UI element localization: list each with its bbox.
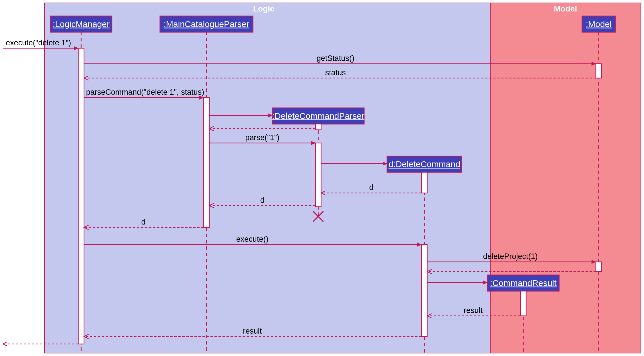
- sequence-diagram: Logic Model :LogicManager :MainCatalogue…: [0, 0, 644, 356]
- svg-text::LogicManager: :LogicManager: [53, 19, 110, 29]
- msg-d-return2-label: d: [260, 196, 264, 204]
- msg-parse-label: parse("1"): [245, 133, 280, 142]
- activation-commandresult: [520, 291, 526, 316]
- activation-maincatalogueparser: [204, 98, 209, 227]
- activation-dcp-create: [315, 124, 321, 130]
- msg-parsecommand-label: parseCommand("delete 1", status): [86, 88, 204, 96]
- svg-text::CommandResult: :CommandResult: [490, 278, 557, 288]
- msg-d-return1-label: d: [369, 183, 373, 192]
- activation-dc-execute: [421, 245, 427, 336]
- participant-logicmanager: :LogicManager: [50, 16, 112, 32]
- svg-text::Model: :Model: [586, 19, 612, 29]
- svg-text:d:DeleteCommand: d:DeleteCommand: [389, 159, 460, 169]
- activation-logicmanager: [78, 48, 84, 344]
- activation-model-delete: [596, 262, 602, 272]
- frame-model-label: Model: [554, 4, 577, 13]
- participant-maincatalogueparser: :MainCatalogueParser: [160, 16, 253, 32]
- svg-text::DeleteCommandParser: :DeleteCommandParser: [272, 111, 364, 121]
- msg-execute-label: execute(): [236, 235, 269, 243]
- activation-dcp-parse: [315, 143, 321, 207]
- msg-result-return2-label: result: [243, 327, 262, 335]
- frame-model: [490, 3, 641, 353]
- frame-logic-label: Logic: [253, 4, 275, 13]
- msg-d-return3-label: d: [141, 218, 145, 226]
- msg-execute-in-label: execute("delete 1"): [6, 38, 71, 47]
- msg-getstatus-label: getStatus(): [317, 54, 354, 63]
- msg-result-return1-label: result: [464, 306, 483, 315]
- participant-deletecommandparser: :DeleteCommandParser: [272, 108, 364, 124]
- msg-deleteproject-label: deleteProject(1): [483, 252, 538, 261]
- activation-model-status: [596, 64, 602, 78]
- participant-commandresult: :CommandResult: [487, 275, 559, 291]
- activation-dc-create: [421, 172, 427, 193]
- msg-status-return-label: status: [325, 68, 346, 77]
- svg-text::MainCatalogueParser: :MainCatalogueParser: [164, 19, 249, 29]
- participant-model: :Model: [582, 16, 615, 32]
- participant-deletecommand: d:DeleteCommand: [387, 156, 462, 172]
